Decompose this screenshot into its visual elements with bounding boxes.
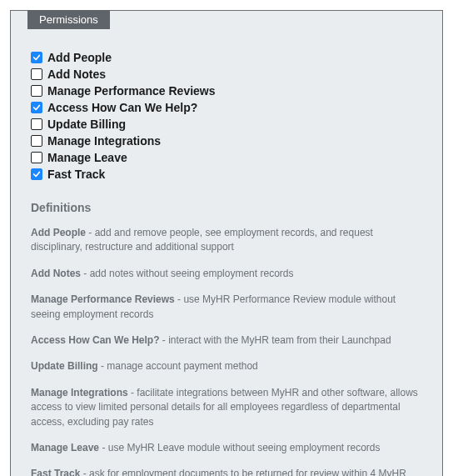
- permissions-panel: Permissions Add PeopleAdd NotesManage Pe…: [10, 10, 443, 476]
- definition-desc: add notes without seeing employment reco…: [90, 268, 294, 279]
- definition-term: Manage Leave: [31, 442, 99, 453]
- definition-term: Manage Integrations: [31, 387, 128, 398]
- permission-row: Update Billing: [31, 118, 422, 131]
- definition-item: Add People - add and remove people, see …: [31, 226, 422, 255]
- checkmark-icon: [32, 103, 41, 112]
- checkmark-icon: [32, 53, 41, 62]
- definition-item: Manage Integrations - facilitate integra…: [31, 386, 422, 429]
- permissions-checkbox-list: Add PeopleAdd NotesManage Performance Re…: [31, 51, 422, 181]
- definition-term: Fast Track: [31, 468, 80, 476]
- permission-label: Access How Can We Help?: [47, 101, 197, 114]
- permission-checkbox[interactable]: [31, 118, 42, 130]
- definition-item: Add Notes - add notes without seeing emp…: [31, 267, 422, 281]
- permission-label: Manage Integrations: [47, 134, 161, 148]
- definition-term: Add Notes: [31, 268, 81, 279]
- definition-term: Manage Performance Reviews: [31, 293, 175, 305]
- permission-row: Manage Performance Reviews: [31, 84, 422, 98]
- definition-item: Manage Performance Reviews - use MyHR Pe…: [31, 293, 422, 322]
- checkmark-icon: [32, 170, 41, 178]
- permission-row: Manage Integrations: [31, 134, 422, 148]
- permission-checkbox[interactable]: [31, 135, 42, 147]
- permission-checkbox[interactable]: [31, 85, 42, 97]
- panel-legend: Permissions: [27, 10, 110, 29]
- permission-label: Add Notes: [47, 68, 106, 81]
- definition-term: Add People: [31, 227, 86, 238]
- definition-desc: interact with the MyHR team from their L…: [168, 334, 391, 346]
- permission-row: Access How Can We Help?: [31, 101, 422, 114]
- definition-item: Update Billing - manage account payment …: [31, 359, 422, 373]
- permission-checkbox[interactable]: [31, 152, 42, 163]
- definition-item: Manage Leave - use MyHR Leave module wit…: [31, 441, 422, 455]
- definitions-list: Add People - add and remove people, see …: [31, 226, 422, 476]
- definition-desc: ask for employment documents to be retur…: [31, 468, 406, 476]
- permission-checkbox[interactable]: [31, 168, 42, 180]
- permission-row: Add People: [31, 51, 422, 64]
- definition-item: Access How Can We Help? - interact with …: [31, 333, 422, 348]
- definition-desc: manage account payment method: [107, 360, 257, 372]
- permission-label: Add People: [47, 51, 112, 64]
- permission-checkbox[interactable]: [31, 68, 42, 80]
- definition-item: Fast Track - ask for employment document…: [31, 467, 422, 476]
- definition-desc: use MyHR Leave module without seeing emp…: [108, 442, 381, 453]
- permission-row: Manage Leave: [31, 151, 422, 164]
- permission-row: Fast Track: [31, 168, 422, 181]
- definition-term: Access How Can We Help?: [31, 334, 160, 346]
- permission-checkbox[interactable]: [31, 102, 42, 113]
- definition-term: Update Billing: [31, 360, 98, 372]
- permission-label: Manage Leave: [47, 151, 127, 164]
- permission-row: Add Notes: [31, 68, 422, 81]
- permission-label: Manage Performance Reviews: [47, 84, 216, 98]
- permission-checkbox[interactable]: [31, 52, 42, 63]
- permission-label: Update Billing: [47, 118, 126, 131]
- permission-label: Fast Track: [47, 168, 105, 181]
- definitions-heading: Definitions: [31, 201, 422, 214]
